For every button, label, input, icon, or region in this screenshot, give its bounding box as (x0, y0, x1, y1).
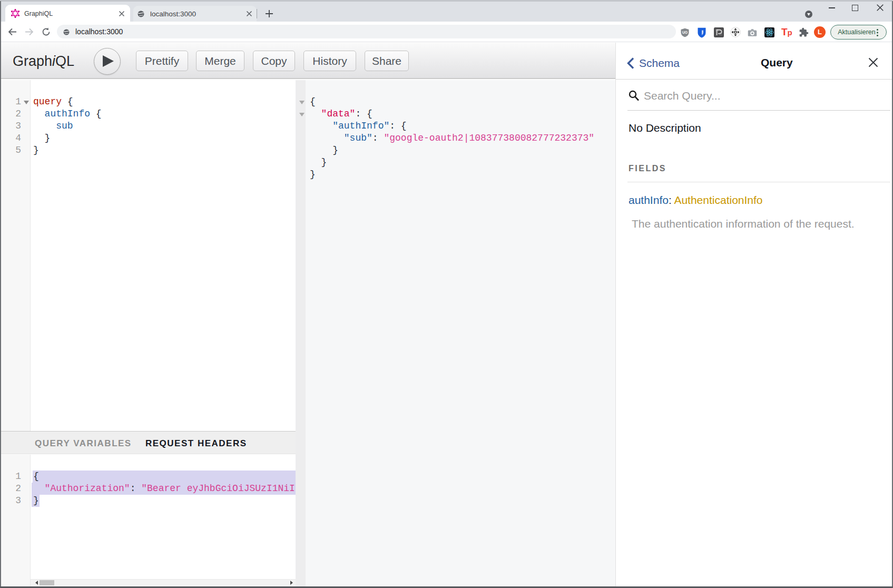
svg-text:UO: UO (682, 31, 688, 34)
